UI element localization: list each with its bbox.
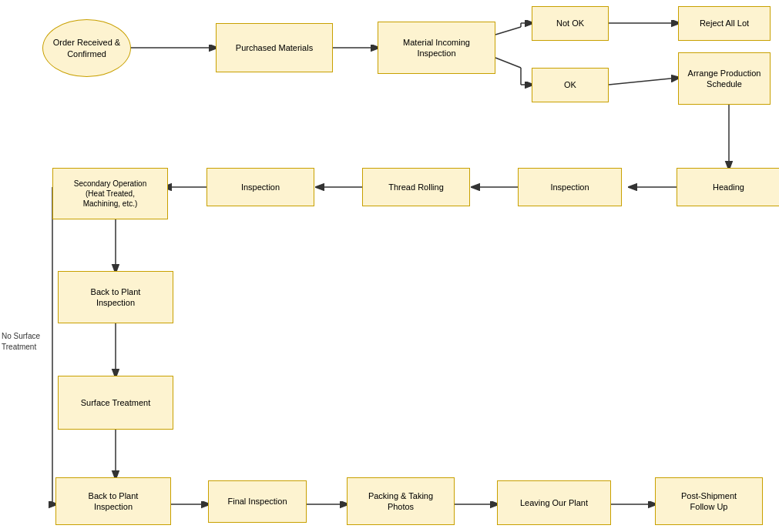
purchased-materials-label: Purchased Materials <box>236 42 313 53</box>
thread-rolling-label: Thread Rolling <box>388 182 444 192</box>
flowchart: Order Received & Confirmed Purchased Mat… <box>0 0 779 532</box>
reject-all-lot-node: Reject All Lot <box>678 6 771 41</box>
inspection2-label: Inspection <box>241 182 280 192</box>
thread-rolling-node: Thread Rolling <box>362 168 470 206</box>
post-shipment-label: Post-Shipment Follow Up <box>681 490 737 513</box>
back-to-plant1-label: Back to Plant Inspection <box>91 286 141 309</box>
material-inspection-label: Material Incoming Inspection <box>403 37 470 59</box>
not-ok-node: Not OK <box>532 6 609 41</box>
material-inspection-node: Material Incoming Inspection <box>378 22 495 74</box>
secondary-operation-label: Secondary Operation (Heat Treated, Machi… <box>74 179 147 209</box>
leaving-node: Leaving Our Plant <box>497 480 611 525</box>
ok-node: OK <box>532 68 609 102</box>
final-inspection-node: Final Inspection <box>208 480 307 523</box>
post-shipment-node: Post-Shipment Follow Up <box>655 477 763 525</box>
ok-label: OK <box>564 79 576 90</box>
svg-line-6 <box>495 58 521 68</box>
back-to-plant2-label: Back to Plant Inspection <box>89 490 139 513</box>
inspection1-label: Inspection <box>550 182 589 192</box>
inspection1-node: Inspection <box>518 168 622 206</box>
reject-all-lot-label: Reject All Lot <box>700 18 749 28</box>
arrange-production-node: Arrange Production Schedule <box>678 52 771 105</box>
surface-treatment-node: Surface Treatment <box>58 376 173 430</box>
order-received-node: Order Received & Confirmed <box>42 19 131 77</box>
packing-label: Packing & Taking Photos <box>368 490 433 513</box>
surface-treatment-label: Surface Treatment <box>81 397 151 408</box>
svg-line-10 <box>609 78 678 85</box>
order-received-label: Order Received & Confirmed <box>53 37 120 59</box>
not-ok-label: Not OK <box>556 18 584 28</box>
final-inspection-label: Final Inspection <box>227 496 287 507</box>
inspection2-node: Inspection <box>207 168 314 206</box>
arrange-production-label: Arrange Production Schedule <box>688 68 761 90</box>
leaving-label: Leaving Our Plant <box>520 497 588 508</box>
secondary-operation-node: Secondary Operation (Heat Treated, Machi… <box>52 168 168 219</box>
packing-node: Packing & Taking Photos <box>347 477 455 525</box>
back-to-plant2-node: Back to Plant Inspection <box>55 477 171 525</box>
svg-line-3 <box>495 27 521 35</box>
heading-label: Heading <box>713 182 744 192</box>
no-surface-treatment-label: No Surface Treatment <box>2 331 48 353</box>
heading-node: Heading <box>677 168 779 206</box>
purchased-materials-node: Purchased Materials <box>216 23 333 72</box>
back-to-plant1-node: Back to Plant Inspection <box>58 271 173 323</box>
